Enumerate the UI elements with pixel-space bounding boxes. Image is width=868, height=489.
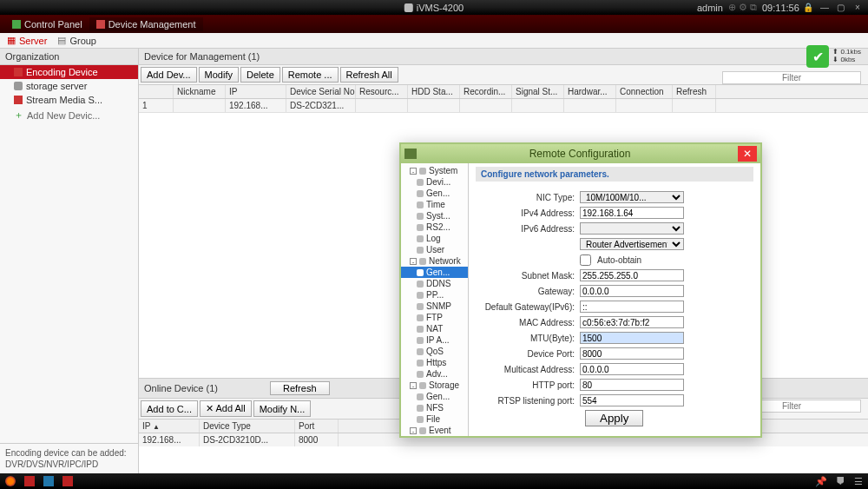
storage-icon — [14, 82, 23, 90]
ipv6-select[interactable] — [580, 222, 684, 235]
online-row-port: 8000 — [295, 433, 339, 446]
bandwidth-display: ⬆ 0.1kbs ⬇ 0kbs — [832, 49, 861, 64]
dgw6-input[interactable] — [580, 301, 684, 313]
pin-icon[interactable]: 📌 — [815, 476, 827, 487]
refresh-all-button[interactable]: Refresh All — [340, 67, 398, 83]
rtsp-input[interactable] — [580, 394, 684, 406]
tree-event[interactable]: -Event — [401, 425, 468, 436]
clock: 09:11:56 — [762, 3, 799, 13]
row-serial: DS-2CD321... — [286, 99, 356, 112]
device-port-input[interactable] — [580, 347, 684, 360]
tree-item[interactable]: SNMP — [401, 301, 468, 312]
apply-button[interactable]: Apply — [585, 410, 643, 426]
mtu-input[interactable] — [580, 332, 684, 344]
remote-configuration-dialog: Remote Configuration ✕ -System Devi... G… — [399, 142, 762, 438]
device-icon — [96, 20, 105, 29]
form-caption: Configure network parameters. — [476, 167, 753, 182]
online-refresh-button[interactable]: Refresh — [270, 381, 330, 395]
auto-obtain-checkbox[interactable] — [580, 254, 591, 266]
tree-item[interactable]: Log — [401, 233, 468, 244]
status-icon[interactable] — [62, 476, 73, 486]
close-icon[interactable]: × — [852, 3, 863, 13]
config-tree[interactable]: -System Devi... Gen... Time Syst... RS2.… — [401, 163, 469, 436]
tree-item[interactable]: Time — [401, 199, 468, 210]
multicast-input[interactable] — [580, 363, 684, 375]
mac-label: MAC Address: — [476, 318, 580, 327]
lock-icon[interactable]: 🔒 — [803, 3, 813, 13]
add-all-button[interactable]: ✕ Add All — [200, 400, 252, 417]
tab-label: Control Panel — [24, 19, 82, 30]
gateway-label: Gateway: — [476, 287, 580, 296]
minimize-icon[interactable]: — — [819, 3, 830, 13]
user-label: admin — [697, 3, 723, 13]
shield-icon[interactable]: ⛊ — [836, 476, 845, 486]
device-filter-input[interactable] — [722, 71, 861, 84]
expand-icon[interactable]: ☰ — [854, 476, 863, 487]
subtab-group[interactable]: ▤Group — [57, 35, 96, 46]
camera-icon — [14, 96, 23, 104]
add-to-client-button[interactable]: Add to C... — [141, 400, 198, 417]
maximize-icon[interactable]: ▢ — [836, 3, 846, 13]
sidebar-item-label: Stream Media S... — [26, 95, 102, 105]
tree-item[interactable]: IP A... — [401, 334, 468, 346]
tree-item[interactable]: User — [401, 244, 468, 255]
tree-item[interactable]: NAT — [401, 323, 468, 334]
dgw6-label: Default Gateway(IPv6): — [476, 302, 580, 312]
tab-control-panel[interactable]: Control Panel — [5, 17, 89, 31]
ipv4-label: IPv4 Address: — [476, 208, 580, 218]
mac-input[interactable] — [580, 316, 684, 328]
nic-type-select[interactable]: 10M/100M/10... — [580, 191, 684, 203]
tree-item[interactable]: DDNS — [401, 278, 468, 289]
config-form: Configure network parameters. NIC Type: … — [469, 163, 760, 436]
alarm-icon[interactable] — [5, 476, 16, 486]
ipv4-input[interactable] — [580, 207, 684, 219]
sidebar-item-add-new[interactable]: ＋ Add New Devic... — [0, 107, 138, 123]
window-titlebar: iVMS-4200 admin ⊕ ⚙ ⧉ 09:11:56 🔒 — ▢ × — [0, 0, 868, 16]
status-icon[interactable] — [43, 476, 54, 486]
sidebar-footnote: Encoding device can be added: DVR/DVS/NV… — [0, 443, 138, 473]
bottom-status-bar: 📌 ⛊ ☰ — [0, 473, 868, 489]
add-device-button[interactable]: Add Dev... — [141, 67, 197, 83]
tree-item[interactable]: QoS — [401, 346, 468, 357]
device-row[interactable]: 1 192.168... DS-2CD321... — [139, 99, 868, 113]
modify-button[interactable]: Modify — [199, 67, 239, 83]
subtab-server[interactable]: ▦Server — [7, 35, 47, 46]
main-content: ✔ ⬆ 0.1kbs ⬇ 0kbs Device for Management … — [139, 49, 868, 473]
subnet-input[interactable] — [580, 269, 684, 281]
dialog-close-button[interactable]: ✕ — [738, 146, 757, 162]
tree-item[interactable]: File — [401, 413, 468, 425]
tree-item[interactable]: PP... — [401, 289, 468, 301]
tree-system[interactable]: -System — [401, 165, 468, 176]
sidebar-item-label: Add New Devic... — [27, 110, 100, 121]
gateway-input[interactable] — [580, 285, 684, 297]
tree-item[interactable]: Gen... — [401, 391, 468, 402]
device-grid-header: Nickname IP Device Serial No. Resourc...… — [139, 85, 868, 99]
tree-item[interactable]: RS2... — [401, 221, 468, 233]
subtab-row: ▦Server ▤Group — [0, 33, 868, 49]
tree-item[interactable]: NFS — [401, 402, 468, 413]
router-adv-select[interactable]: Router Advertisement — [580, 238, 684, 250]
tree-item[interactable]: Https — [401, 357, 468, 368]
sidebar-item-storage-server[interactable]: storage server — [0, 79, 138, 93]
dialog-title: Remote Configuration — [422, 148, 738, 160]
tree-network[interactable]: -Network — [401, 255, 468, 267]
tree-network-general[interactable]: Gen... — [401, 267, 468, 278]
delete-button[interactable]: Delete — [240, 67, 280, 83]
window-buttons[interactable]: 🔒 — ▢ × — [799, 2, 863, 13]
online-row-type: DS-2CD3210D... — [200, 433, 295, 446]
sidebar-item-stream-media[interactable]: Stream Media S... — [0, 93, 138, 107]
row-index: 1 — [139, 99, 174, 112]
modify-netinfo-button[interactable]: Modify N... — [253, 400, 312, 417]
tree-item[interactable]: Adv... — [401, 368, 468, 380]
tab-device-management[interactable]: Device Management — [89, 17, 203, 31]
http-input[interactable] — [580, 379, 684, 391]
tree-item[interactable]: FTP — [401, 312, 468, 323]
tree-item[interactable]: Gen... — [401, 188, 468, 199]
status-icon[interactable] — [24, 476, 35, 486]
remote-button[interactable]: Remote ... — [282, 67, 339, 83]
sidebar-item-encoding-device[interactable]: Encoding Device — [0, 65, 138, 79]
tree-item[interactable]: Syst... — [401, 210, 468, 221]
tree-storage[interactable]: -Storage — [401, 380, 468, 391]
tree-item[interactable]: Devi... — [401, 176, 468, 188]
device-panel-header: Device for Management (1) — [139, 49, 868, 65]
